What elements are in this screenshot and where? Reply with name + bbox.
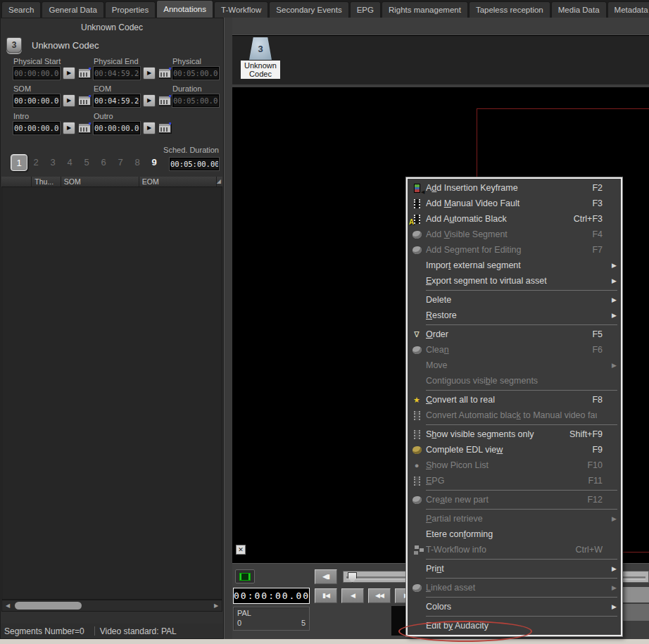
eom-input[interactable]: [94, 94, 140, 107]
menu-item-show-visible-segments-only[interactable]: Show visible segments onlyShift+F9: [408, 427, 621, 442]
som-goto-button[interactable]: ▶: [63, 94, 75, 107]
field-physical-end: Physical End▶: [94, 57, 172, 80]
tab-annotations[interactable]: Annotations: [156, 0, 213, 18]
segment-number-9[interactable]: 9: [146, 154, 163, 171]
menu-item-colors[interactable]: Colors▶: [408, 599, 621, 614]
eom-clapper-icon[interactable]: [158, 96, 171, 106]
menu-item-edit-by-audacity[interactable]: Edit by Audacity: [408, 618, 621, 633]
menu-item-label: Create new part: [426, 495, 581, 505]
tab-metadata[interactable]: Metadata: [607, 1, 649, 18]
segment-number-2[interactable]: 2: [27, 154, 44, 171]
horizontal-scrollbar[interactable]: ◀ ▶: [1, 600, 222, 612]
menu-item-convert-all-to-real[interactable]: ★Convert all to realF8: [408, 392, 621, 408]
column-header-som[interactable]: SOM: [61, 177, 139, 187]
physical-start-goto-button[interactable]: ▶: [63, 67, 75, 80]
player-timecode: 00:00:00.00: [233, 588, 310, 604]
outro-clapper-icon[interactable]: [158, 123, 171, 133]
menu-item-label: Order: [426, 329, 586, 339]
menu-item-print[interactable]: Print▶: [408, 561, 621, 576]
tab-general-data[interactable]: General Data: [42, 1, 103, 18]
eom-goto-button[interactable]: ▶: [143, 94, 156, 107]
tab-secondary-events[interactable]: Secondary Events: [269, 1, 348, 18]
physical-end-clapper-icon[interactable]: [158, 68, 171, 78]
segment-editing-icon: [412, 246, 422, 254]
convert-black-icon: [414, 411, 420, 420]
intro-clapper-icon[interactable]: [78, 123, 91, 133]
segment-number-3[interactable]: 3: [44, 154, 61, 171]
window-bottom-edge: [0, 639, 649, 644]
menu-item-etere-conforming[interactable]: Etere conforming: [408, 526, 621, 542]
menu-item-label: Show visible segments only: [426, 429, 564, 439]
step-reverse-button[interactable]: ◀▮: [315, 569, 337, 584]
column-header-eom[interactable]: EOM: [139, 177, 217, 187]
physical-end-row: ▶: [94, 67, 172, 80]
segment-number-1[interactable]: 1: [11, 154, 27, 171]
column-header-thu[interactable]: Thu...: [32, 177, 61, 187]
submenu-arrow-icon: ▶: [610, 277, 617, 284]
codec-thumbnail[interactable]: 3 Unknown Codec: [241, 37, 280, 79]
tab-rights-management[interactable]: Rights management: [382, 1, 468, 18]
slider-thumb[interactable]: [348, 572, 357, 583]
tab-search[interactable]: Search: [1, 1, 41, 18]
segment-number-7[interactable]: 7: [112, 154, 129, 171]
scrollbar-track[interactable]: [13, 600, 210, 611]
previous-frame-button[interactable]: ◀: [341, 588, 364, 603]
field-som: SOM▶: [13, 84, 94, 107]
codec-thumbnail-label: Unknown Codec: [241, 61, 280, 79]
rewind-button[interactable]: ◀◀: [368, 588, 391, 603]
menu-item-import-external-segment[interactable]: Import external segment▶: [408, 258, 621, 273]
menu-item-add-manual-video-fault[interactable]: Add Manual Video FaultF3: [408, 196, 621, 211]
segment-number-8[interactable]: 8: [129, 154, 146, 171]
fit-to-window-icon[interactable]: ✕: [236, 545, 246, 555]
codec-row: 3 Unknown Codec: [6, 37, 99, 53]
menu-item-shortcut: F3: [592, 198, 603, 208]
tab-media-data[interactable]: Media Data: [551, 1, 607, 18]
column-header-blank[interactable]: [1, 177, 32, 187]
menu-item-restore[interactable]: Restore▶: [408, 308, 621, 323]
show-visible-icon: [408, 430, 426, 439]
scroll-right-icon[interactable]: ▶: [210, 602, 222, 609]
automatic-black-icon: [414, 215, 420, 224]
panel-title: Unknown Codec: [1, 18, 223, 32]
go-to-start-button[interactable]: ▮◀: [315, 588, 337, 603]
tab-epg[interactable]: EPG: [350, 1, 381, 18]
intro-input[interactable]: [13, 122, 60, 134]
transport-overflow-bar1: [621, 587, 649, 602]
physical-end-goto-button[interactable]: ▶: [143, 67, 156, 80]
segments-table-body[interactable]: [1, 187, 222, 600]
menu-item-move: Move▶: [408, 358, 621, 373]
menu-item-shortcut: F2: [592, 183, 603, 193]
outro-row: ▶: [94, 122, 172, 134]
segment-number-4[interactable]: 4: [61, 154, 78, 171]
scroll-left-icon[interactable]: ◀: [2, 602, 13, 609]
menu-item-add-insertion-keyframe[interactable]: Add Insertion KeyframeF2: [408, 180, 621, 196]
submenu-arrow-icon: ▶: [610, 262, 617, 269]
outro-goto-button[interactable]: ▶: [143, 122, 156, 134]
tab-tapeless-reception[interactable]: Tapeless reception: [469, 1, 550, 18]
som-input[interactable]: [13, 94, 60, 107]
film-mode-button[interactable]: [235, 569, 255, 583]
menu-item-export-segment-to-virtual-asset[interactable]: Export segment to virtual asset▶: [408, 273, 621, 289]
som-clapper-icon[interactable]: [78, 96, 91, 106]
segment-number-6[interactable]: 6: [95, 154, 112, 171]
menu-item-label: Clean: [426, 345, 586, 355]
menu-item-complete-edl-view[interactable]: Complete EDL viewF9: [408, 442, 621, 457]
tab-bar: SearchGeneral DataPropertiesAnnotationsT…: [0, 0, 649, 18]
panel-splitter[interactable]: [224, 18, 232, 639]
menu-item-add-visible-segment: Add Visible SegmentF4: [408, 227, 621, 242]
scrollbar-thumb[interactable]: [15, 602, 82, 610]
outro-input[interactable]: [94, 122, 140, 134]
menu-item-delete[interactable]: Delete▶: [408, 292, 621, 308]
tab-t-workflow[interactable]: T-Workflow: [214, 1, 268, 18]
menu-item-label: Add Visible Segment: [426, 229, 586, 239]
physical-start-clapper-icon[interactable]: [78, 68, 91, 78]
menu-item-label: Delete: [426, 295, 597, 305]
tab-properties[interactable]: Properties: [105, 1, 156, 18]
video-standard-status: Video standard: PAL: [100, 626, 177, 636]
menu-item-order[interactable]: ∇OrderF5: [408, 327, 621, 342]
menu-item-show-picon-list: ●Show Picon ListF10: [408, 457, 621, 473]
sched-duration-input[interactable]: [170, 158, 219, 170]
segment-number-5[interactable]: 5: [78, 154, 95, 171]
menu-item-add-automatic-black[interactable]: AAdd Automatic BlackCtrl+F3: [408, 211, 621, 227]
intro-goto-button[interactable]: ▶: [63, 122, 75, 134]
